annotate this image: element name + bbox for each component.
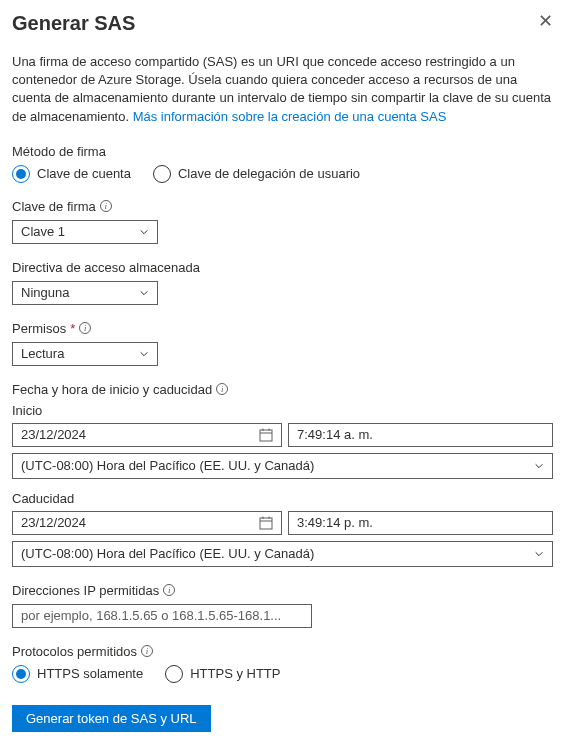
start-time-input[interactable]: 7:49:14 a. m. bbox=[288, 423, 553, 447]
svg-rect-0 bbox=[260, 430, 272, 441]
start-date-input[interactable]: 23/12/2024 bbox=[12, 423, 282, 447]
learn-more-link[interactable]: Más información sobre la creación de una… bbox=[133, 109, 447, 124]
radio-icon bbox=[12, 165, 30, 183]
expiry-tz-select[interactable]: (UTC-08:00) Hora del Pacífico (EE. UU. y… bbox=[12, 541, 553, 567]
stored-policy-select[interactable]: Ninguna bbox=[12, 281, 158, 305]
svg-rect-4 bbox=[260, 518, 272, 529]
radio-icon bbox=[153, 165, 171, 183]
signing-key-select[interactable]: Clave 1 bbox=[12, 220, 158, 244]
signing-method-label: Método de firma bbox=[12, 144, 553, 159]
info-icon[interactable]: i bbox=[100, 200, 112, 212]
start-date-value: 23/12/2024 bbox=[21, 427, 86, 442]
close-icon[interactable]: ✕ bbox=[538, 12, 553, 30]
radio-icon bbox=[165, 665, 183, 683]
expiry-time-input[interactable]: 3:49:14 p. m. bbox=[288, 511, 553, 535]
start-label: Inicio bbox=[12, 403, 553, 418]
allowed-ip-label: Direcciones IP permitidas bbox=[12, 583, 159, 598]
start-tz-value: (UTC-08:00) Hora del Pacífico (EE. UU. y… bbox=[21, 458, 314, 473]
calendar-icon bbox=[259, 428, 273, 442]
expiry-date-input[interactable]: 23/12/2024 bbox=[12, 511, 282, 535]
chevron-down-icon bbox=[139, 349, 149, 359]
stored-policy-label: Directiva de acceso almacenada bbox=[12, 260, 553, 275]
chevron-down-icon bbox=[139, 288, 149, 298]
chevron-down-icon bbox=[534, 549, 544, 559]
radio-label: Clave de delegación de usuario bbox=[178, 166, 360, 181]
description: Una firma de acceso compartido (SAS) es … bbox=[12, 53, 553, 126]
permissions-select[interactable]: Lectura bbox=[12, 342, 158, 366]
radio-account-key[interactable]: Clave de cuenta bbox=[12, 165, 131, 183]
allowed-ip-input[interactable] bbox=[12, 604, 312, 628]
generate-button[interactable]: Generar token de SAS y URL bbox=[12, 705, 211, 732]
expiry-time-value: 3:49:14 p. m. bbox=[297, 515, 373, 530]
radio-icon bbox=[12, 665, 30, 683]
radio-label: HTTPS solamente bbox=[37, 666, 143, 681]
expiry-date-value: 23/12/2024 bbox=[21, 515, 86, 530]
calendar-icon bbox=[259, 516, 273, 530]
radio-user-delegation[interactable]: Clave de delegación de usuario bbox=[153, 165, 360, 183]
info-icon[interactable]: i bbox=[216, 383, 228, 395]
datetime-header: Fecha y hora de inicio y caducidad bbox=[12, 382, 212, 397]
start-time-value: 7:49:14 a. m. bbox=[297, 427, 373, 442]
permissions-value: Lectura bbox=[21, 346, 64, 361]
required-asterisk: * bbox=[70, 321, 75, 336]
info-icon[interactable]: i bbox=[163, 584, 175, 596]
start-tz-select[interactable]: (UTC-08:00) Hora del Pacífico (EE. UU. y… bbox=[12, 453, 553, 479]
radio-https-http[interactable]: HTTPS y HTTP bbox=[165, 665, 280, 683]
stored-policy-value: Ninguna bbox=[21, 285, 69, 300]
info-icon[interactable]: i bbox=[79, 322, 91, 334]
radio-label: HTTPS y HTTP bbox=[190, 666, 280, 681]
radio-https-only[interactable]: HTTPS solamente bbox=[12, 665, 143, 683]
protocols-label: Protocolos permitidos bbox=[12, 644, 137, 659]
expiry-tz-value: (UTC-08:00) Hora del Pacífico (EE. UU. y… bbox=[21, 546, 314, 561]
info-icon[interactable]: i bbox=[141, 645, 153, 657]
chevron-down-icon bbox=[534, 461, 544, 471]
expiry-label: Caducidad bbox=[12, 491, 553, 506]
signing-key-value: Clave 1 bbox=[21, 224, 65, 239]
page-title: Generar SAS bbox=[12, 12, 135, 35]
radio-label: Clave de cuenta bbox=[37, 166, 131, 181]
signing-key-label: Clave de firma bbox=[12, 199, 96, 214]
permissions-label: Permisos bbox=[12, 321, 66, 336]
chevron-down-icon bbox=[139, 227, 149, 237]
